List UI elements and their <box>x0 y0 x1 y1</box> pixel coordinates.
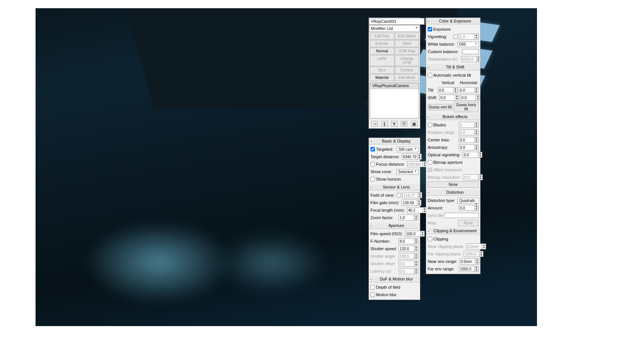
camera-params-panel-1: -Basic & Display Targeted:Still cam Targ… <box>369 138 420 300</box>
latency-spinner: ▲▼ <box>399 268 418 274</box>
btn-unwrap-uvw[interactable]: Unwrap UVW <box>395 55 419 66</box>
btn-edit-spline[interactable]: Edit Spline <box>395 33 419 40</box>
clipping-checkbox[interactable] <box>428 237 432 241</box>
focus-distance-checkbox[interactable] <box>370 162 375 166</box>
stack-item-vray-camera[interactable]: VRayPhysicalCamera <box>370 83 419 89</box>
btn-edit-poly[interactable]: Edit Poly <box>370 33 394 40</box>
vignetting-spinner[interactable]: ▲▼ <box>459 34 479 40</box>
bitmap-aperture-checkbox[interactable] <box>428 160 432 165</box>
custom-balance-swatch[interactable] <box>462 49 479 54</box>
configure-sets-icon[interactable]: ▦ <box>411 121 418 127</box>
floor-light-pool <box>84 221 234 304</box>
make-unique-icon[interactable]: ∀ <box>391 121 398 127</box>
camera-params-panel-2: -Color & Exposure Exposure Vignetting:▲▼… <box>426 18 480 274</box>
rollout-bokeh[interactable]: -Bokeh effects <box>426 114 480 120</box>
rotation-spinner: ▲▼ <box>459 129 479 135</box>
object-name-input[interactable] <box>369 18 424 25</box>
near-env-spinner[interactable]: ▲▼ <box>460 258 479 264</box>
fnumber-spinner[interactable]: ▲▼ <box>399 238 418 244</box>
motion-blur-checkbox[interactable] <box>370 292 375 297</box>
shift-horizontal-spinner[interactable]: ▲▼ <box>460 95 480 101</box>
exposure-checkbox[interactable] <box>428 27 432 31</box>
btn-surface[interactable]: Surface <box>395 67 419 74</box>
rollout-dof-motionblur[interactable]: -DoF & Motion blur <box>369 276 420 282</box>
distortion-type-select[interactable]: Quadratic <box>457 198 479 203</box>
fov-spinner[interactable]: ▲▼ <box>402 192 422 198</box>
focal-length-spinner[interactable]: ▲▼ <box>407 207 427 213</box>
blades-spinner[interactable]: ▲▼ <box>459 122 479 128</box>
vignetting-checkbox[interactable] <box>453 34 458 39</box>
guess-vert-tilt-button[interactable]: Guess vert tilt <box>428 104 453 110</box>
rollout-clipping[interactable]: -Clipping & Environment <box>426 228 480 234</box>
object-color-chip[interactable] <box>425 18 425 25</box>
modifier-stack[interactable]: VRayPhysicalCamera <box>370 83 419 119</box>
white-balance-select[interactable]: D65 <box>457 42 479 47</box>
iso-spinner[interactable]: ▲▼ <box>405 231 425 237</box>
focus-distance-spinner[interactable]: ▲▼ <box>407 161 427 167</box>
btn-material[interactable]: Material <box>370 74 394 81</box>
btn-normal[interactable]: Normal <box>370 47 394 55</box>
btn-uvw-map[interactable]: UVW Map <box>395 47 419 55</box>
btn-edit-mesh[interactable]: Edit Mesh <box>395 74 419 81</box>
remove-modifier-icon[interactable]: ⓧ <box>401 121 408 127</box>
far-clip-spinner: ▲▼ <box>464 251 483 257</box>
rollout-color-exposure[interactable]: -Color & Exposure <box>426 18 480 24</box>
lens-file-input[interactable] <box>444 213 479 218</box>
center-bias-spinner[interactable]: ▲▼ <box>459 137 479 143</box>
btn-lathe[interactable]: Lathe <box>370 55 394 66</box>
film-gate-spinner[interactable]: ▲▼ <box>402 200 421 206</box>
modifier-panel: Modifier List Edit Poly Edit Spline Extr… <box>369 18 420 129</box>
tilt-horizontal-spinner[interactable]: ▲▼ <box>459 87 479 93</box>
blades-checkbox[interactable] <box>428 123 432 127</box>
bokeh-bitmap-none-button[interactable]: None <box>428 181 479 188</box>
rollout-tilt-shift[interactable]: -Tilt & Shift <box>426 64 480 70</box>
btn-extrude[interactable]: Extrude <box>370 40 394 47</box>
show-end-result-icon[interactable]: ‖ <box>381 121 388 127</box>
target-distance-spinner[interactable]: ▲▼ <box>402 154 422 160</box>
bitmap-resolution-spinner: ▲▼ <box>463 174 483 180</box>
temperature-spinner: ▲▼ <box>461 56 481 62</box>
rollout-sensor-lens[interactable]: -Sensor & Lens <box>369 184 420 190</box>
fov-checkbox[interactable] <box>397 193 401 197</box>
near-clip-spinner: ▲▼ <box>466 243 486 249</box>
dof-checkbox[interactable] <box>370 285 375 289</box>
shift-vertical-spinner[interactable]: ▲▼ <box>439 95 459 101</box>
shutter-angle-spinner: ▲▼ <box>399 253 418 259</box>
rollout-aperture[interactable]: -Aperture <box>369 223 420 229</box>
modifier-preset-grid: Edit Poly Edit Spline Extrude Shell Norm… <box>369 32 420 82</box>
floor-light-pool <box>215 233 327 292</box>
shutter-speed-spinner[interactable]: ▲▼ <box>399 246 418 252</box>
rollout-basic-display[interactable]: -Basic & Display <box>369 138 420 144</box>
btn-slice[interactable]: Slice <box>370 67 394 74</box>
camera-type-select[interactable]: Still cam <box>397 147 418 152</box>
guess-horiz-tilt-button[interactable]: Guess horiz tilt <box>454 102 479 112</box>
pin-stack-icon[interactable]: ⊣ <box>371 121 378 127</box>
rollout-distortion[interactable]: -Distortion <box>426 189 480 196</box>
modifier-list-dropdown[interactable]: Modifier List <box>369 25 420 32</box>
anisotropy-spinner[interactable]: ▲▼ <box>459 144 479 150</box>
distortion-map-none-button[interactable]: None <box>458 220 479 226</box>
show-cone-select[interactable]: Selected <box>396 169 418 175</box>
btn-shell[interactable]: Shell <box>395 40 419 47</box>
shutter-offset-spinner: ▲▼ <box>399 261 418 267</box>
distortion-amount-spinner[interactable]: ▲▼ <box>459 205 479 211</box>
optical-vignetting-spinner[interactable]: ▲▼ <box>463 152 482 158</box>
affect-exposure-checkbox <box>428 168 432 172</box>
tilt-vertical-spinner[interactable]: ▲▼ <box>438 87 458 93</box>
far-env-spinner[interactable]: ▲▼ <box>459 266 479 272</box>
auto-vertical-tilt-checkbox[interactable] <box>428 73 432 77</box>
targeted-checkbox[interactable] <box>370 147 375 151</box>
zoom-factor-spinner[interactable]: ▲▼ <box>399 215 418 221</box>
show-horizon-checkbox[interactable] <box>370 177 375 181</box>
